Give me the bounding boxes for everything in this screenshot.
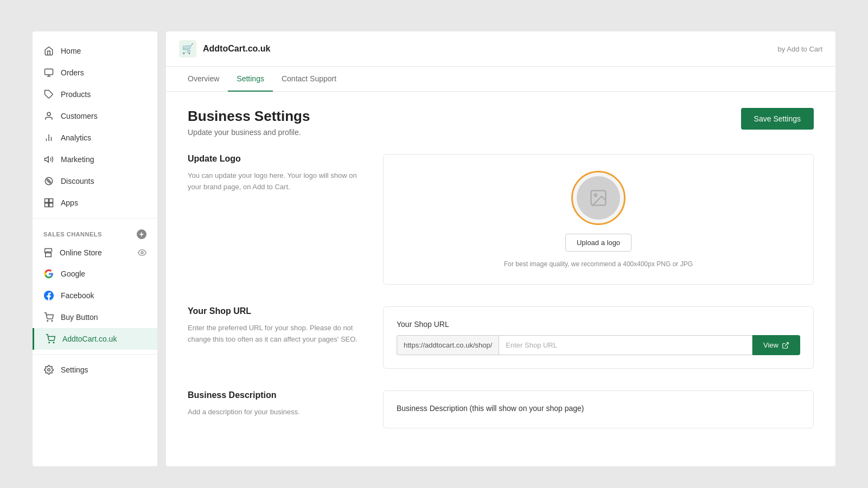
add-sales-channel-button[interactable]: +	[137, 229, 146, 239]
sidebar-item-buy-button[interactable]: Buy Button	[33, 306, 157, 328]
sidebar-addtocart-label: AddtoCart.co.uk	[62, 335, 117, 343]
business-description-heading: Business Description	[188, 390, 361, 400]
shop-url-input[interactable]	[499, 335, 752, 355]
sidebar-settings-label: Settings	[61, 365, 88, 374]
orders-icon	[43, 67, 54, 78]
sidebar-discounts-label: Discounts	[61, 177, 94, 185]
sidebar-item-home[interactable]: Home	[33, 40, 157, 62]
sidebar-item-orders[interactable]: Orders	[33, 62, 157, 84]
sidebar-item-facebook[interactable]: Facebook	[33, 285, 157, 306]
business-description-section: Business Description Add a description f…	[188, 390, 814, 428]
svg-rect-12	[45, 199, 49, 203]
upload-logo-button[interactable]: Upload a logo	[565, 234, 631, 252]
marketing-icon	[43, 154, 54, 165]
image-placeholder-icon	[589, 188, 608, 208]
customers-icon	[43, 111, 54, 121]
tab-contact-support[interactable]: Contact Support	[273, 67, 345, 92]
business-description-text: Add a description for your business.	[188, 407, 361, 418]
tab-settings[interactable]: Settings	[228, 67, 273, 92]
buy-button-icon	[43, 312, 54, 323]
app-title: AddtoCart.co.uk	[203, 44, 270, 54]
page-title: Business Settings	[188, 108, 310, 125]
tab-overview[interactable]: Overview	[179, 67, 228, 92]
sidebar-apps-label: Apps	[61, 198, 78, 207]
content-area: Business Settings Update your business a…	[166, 92, 835, 466]
sidebar-facebook-label: Facebook	[61, 291, 94, 300]
sidebar-item-google[interactable]: Google	[33, 263, 157, 285]
business-description-card: Business Description (this will show on …	[383, 390, 814, 428]
app-by-label: by Add to Cart	[778, 45, 822, 53]
sidebar-online-store-label: Online Store	[60, 248, 102, 257]
sidebar-buy-button-label: Buy Button	[61, 313, 98, 322]
shop-url-heading: Your Shop URL	[188, 306, 361, 316]
logo-hint: For best image quality, we recommend a 4…	[504, 260, 693, 268]
sidebar-google-label: Google	[61, 269, 85, 278]
sales-channels-label: SALES CHANNELS	[43, 231, 102, 237]
shop-url-card: Your Shop URL https://addtocart.co.uk/sh…	[383, 306, 814, 369]
sidebar-item-apps[interactable]: Apps	[33, 192, 157, 214]
sidebar-analytics-label: Analytics	[61, 133, 91, 142]
shop-url-section: Your Shop URL Enter the preferred URL fo…	[188, 306, 814, 369]
svg-rect-0	[45, 69, 53, 75]
app-header: 🛒 AddtoCart.co.uk by Add to Cart	[166, 31, 835, 67]
logo-section-heading: Update Logo	[188, 154, 361, 164]
apps-icon	[43, 197, 54, 208]
url-prefix: https://addtocart.co.uk/shop/	[397, 335, 499, 355]
gear-icon	[43, 364, 54, 375]
eye-icon[interactable]	[138, 248, 146, 257]
svg-point-16	[141, 252, 143, 254]
svg-rect-15	[49, 203, 53, 207]
app-logo: 🛒	[179, 40, 196, 57]
tabs: Overview Settings Contact Support	[166, 67, 835, 92]
sidebar: Home Orders	[33, 31, 157, 466]
shop-url-description: Enter the preferred URL for your shop. P…	[188, 323, 361, 345]
sidebar-products-label: Products	[61, 90, 91, 99]
main-content: 🛒 AddtoCart.co.uk by Add to Cart Overvie…	[166, 31, 835, 466]
svg-rect-13	[49, 199, 53, 203]
logo-section: Update Logo You can update your logo her…	[188, 154, 814, 285]
sidebar-divider-1	[33, 218, 157, 219]
page-subtitle: Update your business and profile.	[188, 128, 310, 137]
sales-channels-section: SALES CHANNELS +	[33, 223, 157, 242]
sidebar-item-marketing[interactable]: Marketing	[33, 149, 157, 170]
sidebar-item-online-store[interactable]: Online Store	[33, 242, 157, 263]
sidebar-item-products[interactable]: Products	[33, 84, 157, 105]
svg-point-4	[47, 112, 50, 115]
facebook-icon	[43, 290, 54, 301]
svg-point-17	[47, 320, 48, 322]
products-icon	[43, 89, 54, 100]
svg-line-24	[785, 342, 788, 345]
logo-card: Upload a logo For best image quality, we…	[383, 154, 814, 285]
shop-url-label: Your Shop URL	[397, 320, 800, 329]
svg-point-18	[52, 320, 53, 322]
sidebar-item-discounts[interactable]: Discounts	[33, 170, 157, 192]
analytics-icon	[43, 132, 54, 143]
view-button[interactable]: View	[752, 335, 800, 355]
sidebar-orders-label: Orders	[61, 68, 84, 77]
sidebar-customers-label: Customers	[61, 112, 98, 120]
svg-point-19	[49, 342, 50, 343]
save-settings-button[interactable]: Save Settings	[741, 108, 814, 130]
sidebar-home-label: Home	[61, 47, 81, 55]
page-header: Business Settings Update your business a…	[188, 108, 814, 137]
business-description-label: Business Description (this will show on …	[397, 404, 800, 413]
svg-marker-8	[45, 157, 49, 163]
svg-point-10	[49, 182, 51, 183]
svg-point-20	[53, 342, 54, 343]
addtocart-icon	[45, 333, 56, 344]
sidebar-item-customers[interactable]: Customers	[33, 105, 157, 127]
logo-preview	[571, 171, 626, 225]
svg-point-9	[47, 179, 48, 181]
sidebar-divider-2	[33, 354, 157, 355]
sidebar-item-analytics[interactable]: Analytics	[33, 127, 157, 149]
svg-point-21	[48, 369, 50, 371]
sidebar-item-addtocart[interactable]: AddtoCart.co.uk	[33, 328, 157, 350]
store-icon	[43, 248, 53, 258]
discounts-icon	[43, 176, 54, 187]
sidebar-item-settings[interactable]: Settings	[33, 359, 157, 381]
svg-point-23	[595, 194, 597, 197]
logo-section-description: You can update your logo here. Your logo…	[188, 170, 361, 193]
svg-rect-14	[45, 203, 49, 207]
google-icon	[43, 268, 54, 279]
sidebar-marketing-label: Marketing	[61, 155, 94, 164]
